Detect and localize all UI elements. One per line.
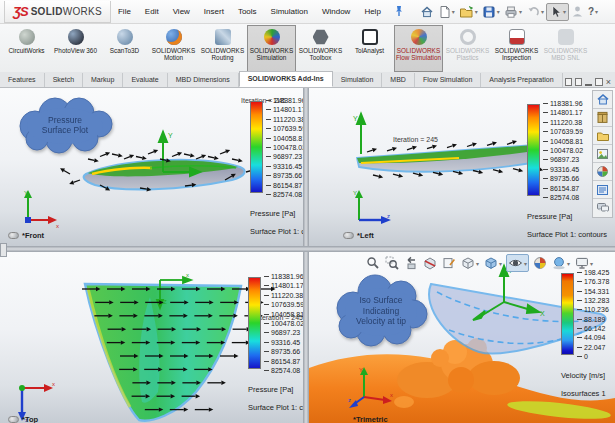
tab-mbd[interactable]: MBD bbox=[382, 73, 415, 87]
select-tool-button[interactable]: ▾ bbox=[546, 3, 569, 21]
viewport-menu-chip[interactable] bbox=[343, 232, 354, 239]
save-button[interactable]: ▾ bbox=[480, 4, 502, 20]
viewport-splitter-vertical[interactable] bbox=[303, 88, 309, 423]
solidworks-resources-icon[interactable] bbox=[593, 91, 612, 109]
dynamic-annotation-icon[interactable] bbox=[441, 255, 457, 271]
home-button[interactable] bbox=[418, 4, 436, 20]
tab-simulation[interactable]: Simulation bbox=[333, 73, 383, 87]
ribbon-solidworks-toolbox[interactable]: SOLIDWORKS Toolbox bbox=[296, 25, 345, 72]
viewport-trimetric[interactable]: Y X ▾ ▾ ▾ ▾ ▾ Iteration = 245 bbox=[309, 252, 615, 423]
file-explorer-icon[interactable] bbox=[593, 127, 612, 145]
legend-tick: 111220.38 bbox=[266, 116, 303, 123]
print-caret-icon[interactable]: ▾ bbox=[519, 8, 522, 15]
custom-properties-icon[interactable] bbox=[593, 181, 612, 199]
ribbon-solidworks-motion[interactable]: SOLIDWORKS Motion bbox=[149, 25, 198, 72]
ribbon-solidworks-simulation[interactable]: SOLIDWORKS Simulation bbox=[247, 25, 296, 72]
tab-markup[interactable]: Markup bbox=[83, 73, 123, 87]
previous-view-icon[interactable] bbox=[403, 255, 419, 271]
doc-window-icon-2[interactable] bbox=[575, 78, 582, 86]
legend-tick: 96897.23 bbox=[264, 329, 303, 336]
ribbon-solidworks-flow-simulation[interactable]: SOLIDWORKS Flow Simulation bbox=[394, 25, 443, 72]
user-account-icon[interactable] bbox=[569, 4, 586, 19]
viewport-name-left: *Left bbox=[357, 231, 374, 240]
menu-edit[interactable]: Edit bbox=[138, 1, 166, 23]
legend-caption: Surface Plot 1: contours bbox=[250, 227, 303, 236]
menu-view[interactable]: View bbox=[166, 1, 197, 23]
tab-flow-simulation[interactable]: Flow Simulation bbox=[415, 73, 481, 87]
design-library-icon[interactable] bbox=[593, 109, 612, 127]
ds-logo-icon: ƷS bbox=[13, 4, 28, 19]
view-settings-caret-icon[interactable]: ▾ bbox=[590, 260, 593, 267]
open-button[interactable]: ▾ bbox=[457, 4, 480, 20]
legend-tick: 104058.81 bbox=[543, 138, 583, 145]
ribbon-solidworks-routing[interactable]: SOLIDWORKS Routing bbox=[198, 25, 247, 72]
solidworks-forum-icon[interactable] bbox=[593, 199, 612, 217]
tab-evaluate[interactable]: Evaluate bbox=[123, 73, 167, 87]
callout-iso-surface-velocity[interactable]: Iso Surface Indicating Velocity at tip bbox=[333, 274, 429, 348]
zoom-to-area-icon[interactable] bbox=[384, 255, 400, 271]
appearances-scenes-icon[interactable] bbox=[593, 163, 612, 181]
doc-close-icon[interactable]: × bbox=[606, 77, 611, 87]
ribbon-circuitworks[interactable]: CircuitWorks bbox=[2, 25, 51, 72]
ribbon-tolanalyst[interactable]: TolAnalyst bbox=[345, 25, 394, 72]
edit-appearance-icon[interactable] bbox=[532, 255, 548, 271]
help-button[interactable]: ?▾ bbox=[586, 5, 600, 18]
pressure-legend-top[interactable]: 118381.96114801.17111220.38107639.591040… bbox=[248, 277, 303, 412]
tab-features[interactable]: Features bbox=[0, 73, 45, 87]
hide-show-items-icon[interactable]: ▾ bbox=[506, 254, 529, 272]
doc-minimize-icon[interactable] bbox=[585, 79, 592, 86]
open-caret-icon[interactable]: ▾ bbox=[475, 8, 478, 15]
hide-show-caret-icon[interactable]: ▾ bbox=[524, 260, 527, 267]
tab-mbd-dimensions[interactable]: MBD Dimensions bbox=[168, 73, 239, 87]
plot-axis-left: Y bbox=[353, 114, 365, 154]
pin-menubar-icon[interactable] bbox=[394, 3, 404, 21]
doc-restore-icon[interactable] bbox=[595, 78, 603, 86]
solidworks-flow-simulation-icon bbox=[411, 29, 427, 45]
view-orientation-caret-icon[interactable]: ▾ bbox=[476, 260, 479, 267]
menu-help[interactable]: Help bbox=[357, 1, 387, 23]
legend-tick: 132.283 bbox=[577, 297, 609, 304]
menu-simulation[interactable]: Simulation bbox=[264, 1, 315, 23]
apply-scene-caret-icon[interactable]: ▾ bbox=[567, 260, 570, 267]
doc-window-icon[interactable] bbox=[565, 78, 572, 86]
new-document-button[interactable]: ▾ bbox=[436, 4, 457, 20]
view-orientation-icon[interactable]: ▾ bbox=[460, 255, 480, 271]
tab-solidworks-add-ins[interactable]: SOLIDWORKS Add-Ins bbox=[239, 71, 333, 87]
viewport-top[interactable]: Zx Iteration = 245 118381.96114801.17111… bbox=[0, 252, 303, 423]
select-tool-caret-icon[interactable]: ▾ bbox=[563, 8, 566, 15]
pressure-legend-front[interactable]: 118381.96114801.17111220.38107639.591040… bbox=[250, 101, 303, 236]
viewport-menu-chip[interactable] bbox=[8, 416, 19, 423]
velocity-legend[interactable]: 198.425176.378154.331132.283110.23688.18… bbox=[561, 273, 609, 398]
viewport-splitter-horizontal[interactable] bbox=[0, 246, 615, 252]
display-style-icon[interactable]: ▾ bbox=[483, 255, 503, 271]
pressure-colorbar bbox=[250, 101, 263, 193]
graphics-area: Y Pressure Surface Plot Iteration = 245 bbox=[0, 88, 615, 423]
help-caret-icon[interactable]: ▾ bbox=[595, 8, 598, 15]
viewport-menu-chip[interactable] bbox=[8, 232, 19, 239]
ribbon-solidworks-inspection[interactable]: SOLIDWORKS Inspection bbox=[492, 25, 541, 72]
feature-tree-collapsed-tab[interactable] bbox=[0, 243, 7, 257]
section-view-icon[interactable] bbox=[422, 255, 438, 271]
zoom-to-fit-icon[interactable] bbox=[365, 255, 381, 271]
save-caret-icon[interactable]: ▾ bbox=[497, 8, 500, 15]
tab-sketch[interactable]: Sketch bbox=[45, 73, 83, 87]
callout-pressure-surface-plot[interactable]: Pressure Surface Plot bbox=[13, 96, 117, 154]
ribbon-scanto3d[interactable]: ScanTo3D bbox=[100, 25, 149, 72]
new-document-caret-icon[interactable]: ▾ bbox=[452, 8, 455, 15]
print-button[interactable]: ▾ bbox=[502, 4, 524, 20]
svg-text:x: x bbox=[186, 272, 189, 278]
menu-file[interactable]: File bbox=[111, 1, 138, 23]
legend-tick: 118381.96 bbox=[264, 273, 303, 280]
ribbon-photoview-360[interactable]: PhotoView 360 bbox=[51, 25, 100, 72]
menu-window[interactable]: Window bbox=[315, 1, 357, 23]
view-palette-icon[interactable] bbox=[593, 145, 612, 163]
display-style-caret-icon[interactable]: ▾ bbox=[499, 260, 502, 267]
tab-analysis-preparation[interactable]: Analysis Preparation bbox=[481, 73, 562, 87]
viewport-front[interactable]: Y Pressure Surface Plot Iteration = 245 bbox=[0, 88, 303, 246]
view-settings-icon[interactable]: ▾ bbox=[574, 255, 594, 271]
viewport-name-top: *Top bbox=[22, 415, 38, 423]
menu-insert[interactable]: Insert bbox=[197, 1, 231, 23]
apply-scene-icon[interactable]: ▾ bbox=[551, 255, 571, 271]
menu-tools[interactable]: Tools bbox=[231, 1, 264, 23]
viewport-left[interactable]: Y Iteration = 245 118381.96114801.171112… bbox=[309, 88, 615, 246]
